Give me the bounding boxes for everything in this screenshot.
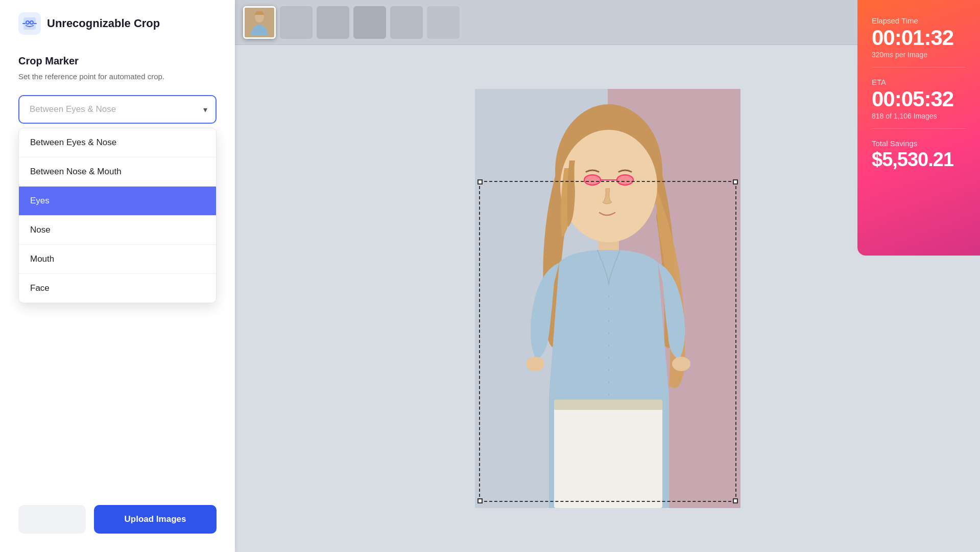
total-savings-label: Total Savings bbox=[872, 139, 966, 148]
dropdown-list: Between Eyes & Nose Between Nose & Mouth… bbox=[18, 128, 217, 303]
dropdown-option-between-eyes-nose[interactable]: Between Eyes & Nose bbox=[19, 128, 216, 157]
dropdown-option-nose[interactable]: Nose bbox=[19, 215, 216, 244]
eta-label: ETA bbox=[872, 78, 966, 86]
section-title: Crop Marker bbox=[18, 55, 217, 67]
image-wrapper bbox=[475, 89, 740, 508]
images-progress: 818 of 1,106 Images bbox=[872, 112, 966, 120]
svg-point-14 bbox=[526, 357, 544, 371]
stats-panel: Elapsed Time 00:01:32 320ms per Image ET… bbox=[857, 0, 980, 256]
thumbnail-2[interactable] bbox=[280, 6, 313, 39]
svg-point-11 bbox=[617, 175, 633, 185]
dropdown-trigger[interactable]: Between Eyes & Nose bbox=[18, 95, 217, 124]
thumbnail-1[interactable] bbox=[243, 6, 276, 39]
dropdown-container: Between Eyes & Nose ▾ bbox=[18, 95, 217, 124]
divider-1 bbox=[872, 67, 966, 67]
main-content: Elapsed Time 00:01:32 320ms per Image ET… bbox=[235, 0, 980, 552]
svg-point-9 bbox=[560, 130, 657, 242]
svg-rect-16 bbox=[554, 406, 662, 508]
thumbnail-3[interactable] bbox=[317, 6, 349, 39]
section-description: Set the reference point for automated cr… bbox=[18, 71, 217, 83]
secondary-button[interactable] bbox=[18, 505, 86, 534]
person-image bbox=[475, 89, 740, 508]
upload-images-button[interactable]: Upload Images bbox=[94, 505, 217, 534]
dropdown-option-mouth[interactable]: Mouth bbox=[19, 244, 216, 273]
total-savings-value: $5,530.21 bbox=[872, 150, 966, 169]
elapsed-time-label: Elapsed Time bbox=[872, 16, 966, 25]
app-header: Unrecognizable Crop bbox=[18, 12, 217, 35]
dropdown-option-between-nose-mouth[interactable]: Between Nose & Mouth bbox=[19, 157, 216, 186]
app-title: Unrecognizable Crop bbox=[47, 17, 160, 30]
app-icon bbox=[18, 12, 41, 35]
crop-marker-section: Crop Marker Set the reference point for … bbox=[18, 55, 217, 303]
dropdown-option-face[interactable]: Face bbox=[19, 273, 216, 303]
svg-rect-17 bbox=[554, 400, 662, 410]
thumbnail-6[interactable] bbox=[427, 6, 460, 39]
dropdown-option-eyes[interactable]: Eyes bbox=[19, 186, 216, 215]
sidebar: Unrecognizable Crop Crop Marker Set the … bbox=[0, 0, 235, 552]
elapsed-time-value: 00:01:32 bbox=[872, 27, 966, 49]
svg-point-15 bbox=[672, 357, 690, 371]
divider-2 bbox=[872, 128, 966, 129]
thumbnail-5[interactable] bbox=[390, 6, 423, 39]
bottom-actions: Upload Images bbox=[18, 505, 217, 534]
thumbnail-4[interactable] bbox=[353, 6, 386, 39]
per-image-stat: 320ms per Image bbox=[872, 51, 966, 59]
svg-point-10 bbox=[584, 175, 601, 185]
eta-value: 00:05:32 bbox=[872, 88, 966, 110]
